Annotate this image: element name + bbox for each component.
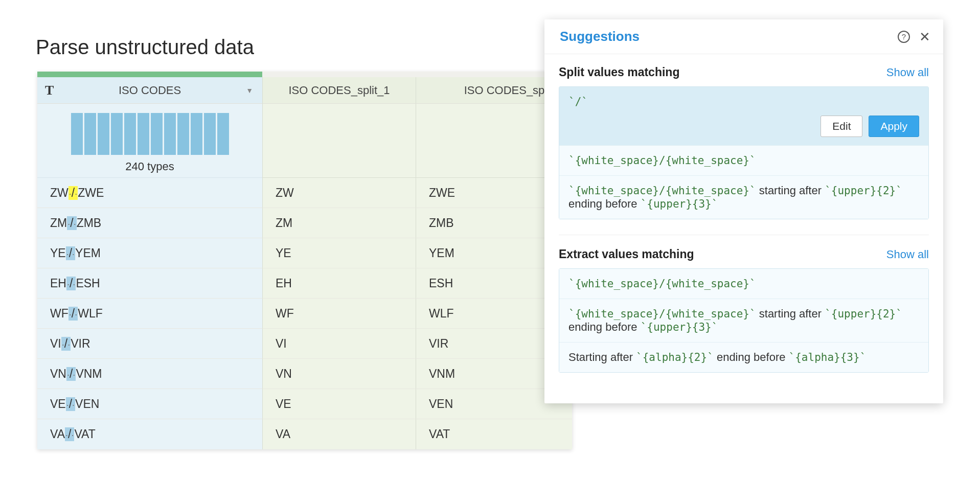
cell-split-1[interactable]: YE	[262, 238, 416, 268]
table-row[interactable]: ZM·/·ZMBZMZMB	[37, 208, 572, 238]
progress-rest	[262, 72, 572, 77]
table-row[interactable]: WF·/·WLFWFWLF	[37, 299, 572, 329]
close-icon[interactable]: ✕	[919, 30, 930, 43]
histogram-bar	[191, 113, 202, 155]
histogram-row: 240 types	[37, 104, 572, 178]
histogram-bar	[124, 113, 136, 155]
split-suggestions-box: `/`EditApply`{white_space}/{white_space}…	[559, 86, 929, 219]
pattern-token: `{alpha}{3}`	[789, 351, 867, 363]
table-row[interactable]: YE·/·YEMYEYEM	[37, 238, 572, 268]
section-divider	[559, 235, 929, 235]
pattern-token: `{white_space}/{white_space}`	[568, 154, 756, 167]
histogram-bar	[71, 113, 83, 155]
suggestions-header: Suggestions ? ✕	[544, 19, 943, 54]
page-title: Parse unstructured data	[36, 36, 254, 59]
cell-split-1[interactable]: VI	[262, 329, 416, 359]
cell-iso-codes[interactable]: YE·/·YEM	[37, 238, 262, 268]
pattern-token: `{alpha}{2}`	[636, 351, 714, 363]
cell-split-1[interactable]: VE	[262, 389, 416, 419]
pattern-token: `{upper}{3}`	[641, 198, 718, 210]
pattern-token: `{upper}{2}`	[825, 308, 902, 320]
extract-section-head: Extract values matching Show all	[559, 247, 929, 261]
suggestion-item[interactable]: `{white_space}/{white_space}` starting a…	[559, 176, 928, 219]
text-type-icon: T	[45, 83, 54, 98]
data-table-panel: T ISO CODES ▼ ISO CODES_split_1 ISO CODE…	[37, 72, 572, 449]
histogram-bar	[111, 113, 123, 155]
column-header-split-1[interactable]: ISO CODES_split_1	[262, 77, 416, 104]
pattern-token: `{upper}{3}`	[641, 321, 718, 333]
cell-iso-codes[interactable]: VE·/·VEN	[37, 389, 262, 419]
split-section-title: Split values matching	[559, 65, 886, 79]
suggestion-item[interactable]: `/`EditApply	[559, 87, 928, 146]
table-header: T ISO CODES ▼ ISO CODES_split_1 ISO CODE…	[37, 77, 572, 104]
histogram-bar	[204, 113, 216, 155]
histogram-bar	[164, 113, 176, 155]
pattern-text: Starting after	[568, 351, 636, 363]
pattern-token: `/`	[568, 96, 588, 108]
cell-iso-codes[interactable]: ZW·/·ZWE	[37, 178, 262, 208]
histogram-empty-1	[262, 104, 416, 178]
pattern-token: `{white_space}/{white_space}`	[568, 185, 756, 197]
histogram-bar	[98, 113, 109, 155]
table-row[interactable]: ZW·/·ZWEZWZWE	[37, 178, 572, 208]
apply-button[interactable]: Apply	[869, 116, 919, 137]
pattern-text: ending before	[568, 321, 641, 333]
cell-iso-codes[interactable]: VA·/·VAT	[37, 419, 262, 449]
suggestions-title: Suggestions	[560, 29, 898, 44]
column-label: ISO CODES_split_1	[288, 84, 390, 97]
table-row[interactable]: VI·/·VIRVIVIR	[37, 329, 572, 359]
pattern-text: starting after	[756, 184, 825, 197]
histogram-bar	[151, 113, 163, 155]
column-label: ISO CODES_sp	[464, 84, 545, 97]
cell-split-1[interactable]: ZM	[262, 208, 416, 238]
show-all-link[interactable]: Show all	[886, 248, 929, 261]
cell-iso-codes[interactable]: ZM·/·ZMB	[37, 208, 262, 238]
cell-iso-codes[interactable]: EH·/·ESH	[37, 268, 262, 299]
cell-split-1[interactable]: VN	[262, 359, 416, 389]
cell-iso-codes[interactable]: VI·/·VIR	[37, 329, 262, 359]
extract-suggestions-box: `{white_space}/{white_space}``{white_spa…	[559, 268, 929, 373]
table-row[interactable]: VN·/·VNMVNVNM	[37, 359, 572, 389]
show-all-link[interactable]: Show all	[886, 66, 929, 79]
cell-iso-codes[interactable]: WF·/·WLF	[37, 299, 262, 329]
histogram-bars	[71, 113, 229, 155]
pattern-token: `{white_space}/{white_space}`	[568, 278, 756, 290]
histogram-bar	[177, 113, 189, 155]
cell-split-1[interactable]: EH	[262, 268, 416, 299]
table-row[interactable]: VE·/·VENVEVEN	[37, 389, 572, 419]
histogram-bar	[138, 113, 149, 155]
cell-split-1[interactable]: WF	[262, 299, 416, 329]
table-row[interactable]: EH·/·ESHEHESH	[37, 268, 572, 299]
chevron-down-icon[interactable]: ▼	[246, 86, 253, 95]
histogram-bar	[217, 113, 229, 155]
column-header-iso-codes[interactable]: T ISO CODES ▼	[37, 77, 262, 104]
pattern-text: starting after	[756, 307, 825, 320]
suggestion-item[interactable]: `{white_space}/{white_space}`	[559, 269, 928, 299]
cell-split-1[interactable]: VA	[262, 419, 416, 449]
histogram-cell[interactable]: 240 types	[37, 104, 262, 178]
progress-bar	[37, 72, 572, 77]
table-row[interactable]: VA·/·VATVAVAT	[37, 419, 572, 449]
extract-section-title: Extract values matching	[559, 247, 886, 261]
histogram-bar	[84, 113, 96, 155]
suggestion-item[interactable]: `{white_space}/{white_space}` starting a…	[559, 299, 928, 343]
suggestion-item[interactable]: Starting after `{alpha}{2}` ending befor…	[559, 343, 928, 372]
types-count-label: 240 types	[125, 160, 174, 173]
pattern-token: `{upper}{2}`	[825, 185, 902, 197]
pattern-text: ending before	[714, 351, 789, 363]
cell-iso-codes[interactable]: VN·/·VNM	[37, 359, 262, 389]
cell-split-1[interactable]: ZW	[262, 178, 416, 208]
suggestion-item[interactable]: `{white_space}/{white_space}`	[559, 146, 928, 176]
column-label: ISO CODES	[119, 84, 181, 97]
cell-split-2[interactable]: VAT	[416, 419, 572, 449]
suggestions-panel: Suggestions ? ✕ Split values matching Sh…	[544, 19, 943, 403]
edit-button[interactable]: Edit	[821, 116, 862, 137]
progress-fill	[37, 72, 262, 77]
split-section-head: Split values matching Show all	[559, 65, 929, 79]
help-icon[interactable]: ?	[898, 31, 910, 43]
pattern-token: `{white_space}/{white_space}`	[568, 308, 756, 320]
pattern-text: ending before	[568, 197, 641, 210]
